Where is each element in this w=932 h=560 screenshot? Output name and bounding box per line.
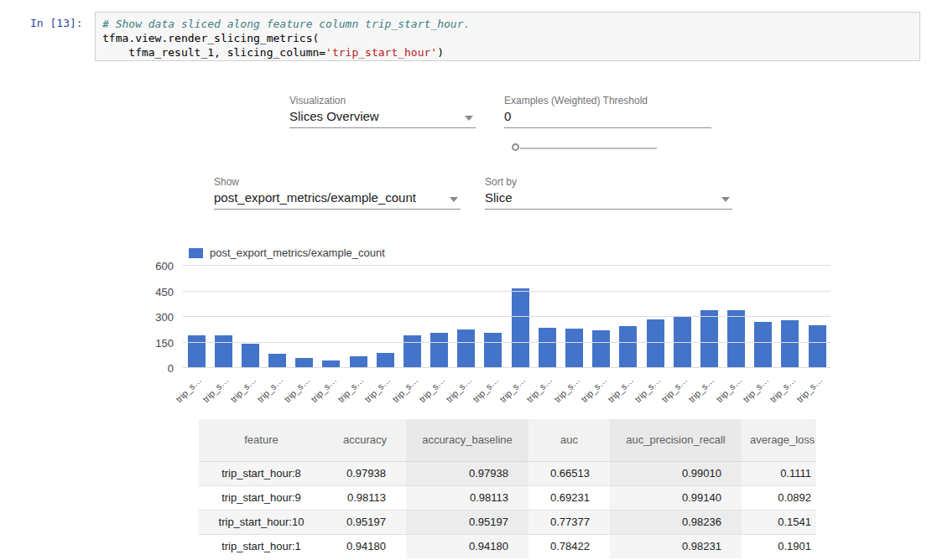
show-metric-dropdown[interactable]: post_export_metrics/example_count: [214, 189, 461, 210]
bar[interactable]: [457, 329, 475, 368]
x-tick-label: trip_s…: [444, 375, 473, 404]
metric-cell: 0.95197: [406, 510, 528, 534]
bar[interactable]: [512, 288, 529, 368]
bar[interactable]: [565, 329, 583, 368]
column-header[interactable]: auc: [528, 419, 610, 461]
gridline: [183, 316, 830, 317]
bar-slot: trip_s…: [210, 266, 237, 368]
code-string: 'trip_start_hour': [325, 46, 437, 59]
bar[interactable]: [727, 310, 745, 368]
feature-cell: trip_start_hour:1: [199, 534, 324, 558]
bar[interactable]: [647, 319, 664, 368]
bar[interactable]: [592, 330, 610, 368]
metric-cell: 0.1111: [742, 461, 816, 485]
bar[interactable]: [619, 326, 637, 368]
bar[interactable]: [700, 310, 718, 368]
bar-slot: trip_s…: [345, 266, 372, 368]
show-metric-value: post_export_metrics/example_count: [214, 190, 416, 205]
x-tick-label: trip_s…: [714, 375, 743, 404]
sort-by-dropdown[interactable]: Slice: [485, 189, 732, 210]
bar-slot: trip_s…: [534, 266, 560, 368]
code-cell[interactable]: # Show data sliced along feature column …: [95, 12, 920, 61]
plot-area: trip_s…trip_s…trip_s…trip_s…trip_s…trip_…: [183, 266, 830, 368]
bar-slot: trip_s…: [642, 266, 669, 368]
column-header[interactable]: auc_precision_recall: [610, 419, 742, 461]
bar[interactable]: [350, 356, 367, 368]
slider-track[interactable]: [520, 148, 657, 149]
legend-swatch: [189, 248, 203, 258]
metric-cell: 0.78422: [528, 534, 610, 558]
x-tick-label: trip_s…: [794, 375, 824, 404]
code-line: ): [437, 46, 444, 59]
code-line: tfma_result_1, slicing_column=: [102, 46, 325, 59]
x-tick-label: trip_s…: [525, 375, 555, 404]
visualization-value: Slices Overview: [289, 109, 379, 123]
bar[interactable]: [809, 325, 826, 368]
code-editor[interactable]: # Show data sliced along feature column …: [102, 17, 913, 60]
sort-by-value: Slice: [485, 190, 513, 205]
column-header[interactable]: accuracy_baseline: [406, 419, 528, 461]
code-comment: # Show data sliced along feature column …: [102, 18, 470, 30]
x-tick-label: trip_s…: [282, 375, 311, 404]
table-row[interactable]: trip_start_hour:100.951970.951970.773770…: [199, 510, 816, 534]
gridline: [183, 342, 830, 343]
bar[interactable]: [781, 320, 799, 368]
bar-slot: trip_s…: [291, 266, 318, 368]
x-tick-label: trip_s…: [659, 375, 689, 404]
threshold-value: 0: [504, 109, 511, 123]
bar-slot: trip_s…: [804, 266, 830, 368]
metric-cell: 0.94180: [324, 534, 406, 558]
bar-slot: trip_s…: [750, 266, 777, 368]
bar[interactable]: [268, 354, 286, 368]
threshold-input[interactable]: 0: [504, 108, 711, 128]
metric-cell: 0.1901: [742, 534, 816, 558]
bar[interactable]: [377, 353, 394, 368]
x-tick-label: trip_s…: [606, 375, 635, 404]
table-row[interactable]: trip_start_hour:90.981130.981130.692310.…: [199, 485, 816, 510]
code-line: tfma.view.render_slicing_metrics(: [102, 32, 319, 44]
metric-cell: 0.98113: [324, 485, 406, 510]
chevron-down-icon[interactable]: [721, 197, 730, 202]
y-tick-label: 600: [155, 260, 174, 272]
threshold-slider[interactable]: [512, 143, 657, 154]
metric-cell: 0.98113: [406, 485, 528, 510]
legend-label: post_export_metrics/example_count: [210, 246, 385, 259]
y-axis: 0150300450600: [123, 266, 174, 368]
bar-slot: trip_s…: [615, 266, 642, 368]
chart-legend: post_export_metrics/example_count: [189, 246, 385, 259]
x-tick-label: trip_s…: [200, 375, 230, 404]
x-tick-label: trip_s…: [362, 375, 392, 404]
bar[interactable]: [539, 328, 556, 368]
column-header[interactable]: accuracy: [324, 419, 406, 461]
column-header[interactable]: average_loss: [742, 419, 816, 461]
visualization-label: Visualization: [289, 95, 346, 106]
table-row[interactable]: trip_start_hour:10.941800.941800.784220.…: [199, 534, 816, 558]
x-tick-label: trip_s…: [741, 375, 770, 404]
chevron-down-icon[interactable]: [450, 197, 458, 202]
bar-slot: trip_s…: [372, 266, 398, 368]
visualization-dropdown[interactable]: Slices Overview: [289, 108, 476, 128]
bar[interactable]: [215, 335, 232, 368]
bar[interactable]: [404, 335, 421, 368]
bar[interactable]: [188, 335, 206, 368]
metric-cell: 0.66513: [528, 461, 610, 485]
bar[interactable]: [754, 322, 772, 368]
bar[interactable]: [484, 333, 502, 368]
table-row[interactable]: trip_start_hour:80.979380.979380.665130.…: [199, 461, 816, 485]
metric-cell: 0.97938: [406, 461, 528, 485]
feature-cell: trip_start_hour:10: [199, 510, 324, 534]
slider-knob[interactable]: [512, 143, 519, 151]
chevron-down-icon[interactable]: [465, 116, 473, 121]
bar[interactable]: [430, 333, 448, 368]
bar-slot: trip_s…: [237, 266, 263, 368]
metric-cell: 0.98236: [610, 510, 742, 534]
metric-cell: 0.99140: [610, 485, 742, 510]
x-tick-label: trip_s…: [417, 375, 446, 404]
bar[interactable]: [242, 344, 259, 368]
metrics-table: featureaccuracyaccuracy_baselineaucauc_p…: [199, 419, 816, 558]
bar-slot: trip_s…: [777, 266, 804, 368]
bar-slot: trip_s…: [453, 266, 480, 368]
column-header[interactable]: feature: [199, 419, 324, 461]
bar-slot: trip_s…: [183, 266, 210, 368]
y-tick-label: 0: [168, 362, 174, 375]
